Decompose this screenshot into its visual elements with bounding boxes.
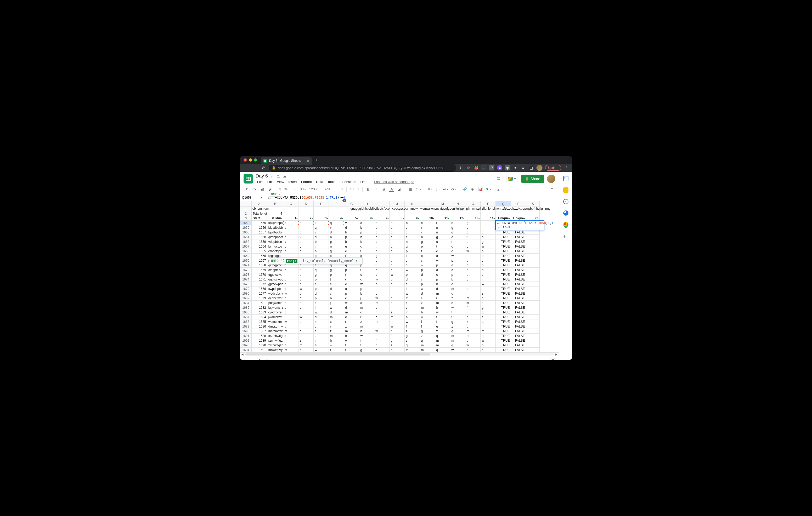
column-header-H[interactable]: H: [359, 201, 374, 207]
cell[interactable]: h: [405, 315, 420, 320]
cell[interactable]: q: [450, 343, 465, 348]
cell[interactable]: v: [283, 239, 298, 244]
header-cell[interactable]: 5▾: [344, 216, 359, 221]
cell[interactable]: d: [344, 225, 359, 230]
cell[interactable]: t: [435, 244, 450, 249]
cell[interactable]: g: [405, 334, 420, 338]
cell[interactable]: b: [389, 230, 405, 235]
cell[interactable]: w: [465, 301, 481, 305]
scroll-right-icon[interactable]: ▶: [555, 353, 557, 356]
cell[interactable]: c: [405, 225, 420, 230]
cell[interactable]: [526, 268, 540, 272]
cell[interactable]: [496, 207, 511, 211]
cell[interactable]: w: [420, 286, 435, 291]
column-header-I[interactable]: I: [374, 201, 389, 207]
cell[interactable]: b: [298, 301, 314, 305]
header-cell[interactable]: st strn▾: [267, 216, 283, 221]
cell[interactable]: TRUE: [496, 235, 511, 239]
cell[interactable]: c: [298, 244, 314, 249]
tab-overflow-button[interactable]: ⌄: [566, 158, 569, 162]
cell[interactable]: g: [329, 268, 344, 272]
row-header[interactable]: 1679: [240, 286, 252, 291]
cell[interactable]: l: [283, 230, 298, 235]
cell[interactable]: b: [465, 272, 481, 277]
hide-side-panel-button[interactable]: ›: [565, 358, 567, 360]
cell[interactable]: w: [298, 286, 314, 291]
cell[interactable]: blqvdbpbb: [267, 225, 283, 230]
cell[interactable]: 1687: [252, 329, 267, 334]
cell[interactable]: [405, 211, 420, 216]
cell[interactable]: 1669: [252, 268, 267, 272]
column-header-J[interactable]: J: [389, 201, 405, 207]
cell[interactable]: [359, 211, 374, 216]
cell[interactable]: c: [481, 272, 496, 277]
cell[interactable]: d: [481, 253, 496, 258]
cell[interactable]: n: [435, 230, 450, 235]
cell[interactable]: [420, 207, 435, 211]
cell[interactable]: [511, 211, 526, 216]
cell[interactable]: p: [359, 286, 374, 291]
cell[interactable]: p: [314, 286, 329, 291]
cell[interactable]: r: [435, 221, 450, 225]
cell[interactable]: g: [450, 320, 465, 324]
column-header-C[interactable]: C: [283, 201, 298, 207]
cell[interactable]: [526, 286, 540, 291]
cell[interactable]: b: [283, 225, 298, 230]
cell[interactable]: TRUE: [496, 263, 511, 268]
cell[interactable]: m: [435, 291, 450, 296]
extensions-puzzle-icon[interactable]: ✦: [513, 165, 518, 171]
cell[interactable]: v: [344, 221, 359, 225]
cell[interactable]: f: [344, 348, 359, 352]
cell[interactable]: m: [359, 324, 374, 329]
cell[interactable]: g: [359, 348, 374, 352]
cell[interactable]: d: [465, 258, 481, 263]
cell[interactable]: d: [359, 301, 374, 305]
cell[interactable]: b: [389, 225, 405, 230]
cell[interactable]: w: [405, 320, 420, 324]
scroll-thumb[interactable]: [245, 354, 430, 356]
cell[interactable]: z: [329, 329, 344, 334]
menu-data[interactable]: Data: [314, 179, 325, 184]
cell[interactable]: c: [374, 272, 389, 277]
cell[interactable]: 1657: [252, 230, 267, 235]
filter-icon[interactable]: ▾: [403, 217, 404, 220]
cell[interactable]: [465, 211, 481, 216]
star-icon[interactable]: ☆: [270, 174, 274, 178]
cell[interactable]: [526, 315, 540, 320]
cell[interactable]: b: [435, 282, 450, 286]
cell[interactable]: n: [450, 221, 465, 225]
cell[interactable]: g: [435, 235, 450, 239]
cell[interactable]: [329, 207, 344, 211]
cell[interactable]: w: [435, 310, 450, 315]
cell[interactable]: j: [329, 301, 344, 305]
cell[interactable]: z: [481, 315, 496, 320]
cell[interactable]: m: [329, 315, 344, 320]
cell[interactable]: r: [298, 334, 314, 338]
cell[interactable]: h: [435, 305, 450, 310]
cell[interactable]: p: [465, 268, 481, 272]
cell[interactable]: [526, 211, 540, 216]
cell[interactable]: FALSE: [511, 315, 526, 320]
cell[interactable]: p: [405, 249, 420, 253]
cell[interactable]: TRUE: [496, 310, 511, 315]
row-header[interactable]: 1693: [240, 343, 252, 348]
header-cell[interactable]: 8▾: [389, 216, 405, 221]
cell[interactable]: TRUE: [496, 338, 511, 343]
cell[interactable]: cjwdmcrzr: [267, 310, 283, 315]
cell[interactable]: TRUE: [496, 329, 511, 334]
cell[interactable]: 1686: [252, 324, 267, 329]
cell[interactable]: m: [481, 329, 496, 334]
cell[interactable]: c: [450, 249, 465, 253]
row-header[interactable]: 1671: [240, 263, 252, 268]
cell[interactable]: c: [283, 310, 298, 315]
select-all-corner[interactable]: [240, 201, 252, 207]
cell[interactable]: f: [450, 310, 465, 315]
cell[interactable]: n: [420, 235, 435, 239]
filter-icon[interactable]: ▾: [524, 217, 525, 220]
cell[interactable]: b: [374, 230, 389, 235]
cell[interactable]: f: [389, 329, 405, 334]
cell[interactable]: d: [314, 235, 329, 239]
cell[interactable]: v: [329, 225, 344, 230]
cell[interactable]: m: [420, 348, 435, 352]
cell[interactable]: FALSE: [511, 338, 526, 343]
